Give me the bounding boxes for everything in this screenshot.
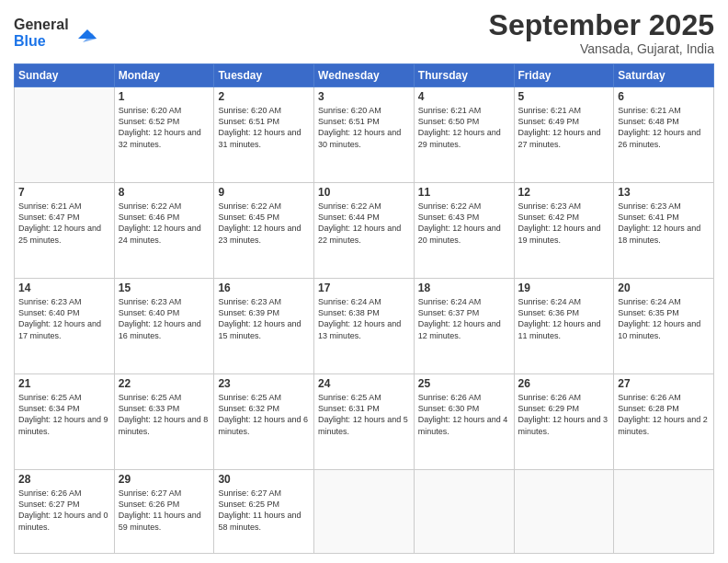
title-area: September 2025 Vansada, Gujarat, India <box>489 9 714 56</box>
calendar-cell: 25Sunrise: 6:26 AMSunset: 6:30 PMDayligh… <box>414 374 514 470</box>
day-number: 21 <box>18 377 110 390</box>
day-number: 1 <box>119 90 210 103</box>
calendar-cell: 13Sunrise: 6:23 AMSunset: 6:41 PMDayligh… <box>614 183 714 279</box>
page: General Blue September 2025 Vansada, Guj… <box>0 0 728 563</box>
day-number: 8 <box>119 186 210 199</box>
col-header-tuesday: Tuesday <box>214 64 314 87</box>
cell-info: Sunrise: 6:21 AMSunset: 6:50 PMDaylight:… <box>418 105 510 150</box>
calendar-cell: 29Sunrise: 6:27 AMSunset: 6:26 PMDayligh… <box>114 470 214 554</box>
calendar-cell: 5Sunrise: 6:21 AMSunset: 6:49 PMDaylight… <box>514 87 614 183</box>
calendar-cell <box>614 470 714 554</box>
calendar-cell <box>514 470 614 554</box>
day-number: 28 <box>18 473 110 486</box>
day-number: 29 <box>119 473 210 486</box>
calendar-cell: 22Sunrise: 6:25 AMSunset: 6:33 PMDayligh… <box>114 374 214 470</box>
cell-info: Sunrise: 6:25 AMSunset: 6:34 PMDaylight:… <box>18 392 110 437</box>
day-number: 5 <box>518 90 610 103</box>
calendar-cell: 19Sunrise: 6:24 AMSunset: 6:36 PMDayligh… <box>514 279 614 374</box>
header: General Blue September 2025 Vansada, Guj… <box>14 9 714 56</box>
calendar-cell: 4Sunrise: 6:21 AMSunset: 6:50 PMDaylight… <box>414 87 514 183</box>
day-number: 6 <box>618 90 710 103</box>
day-number: 15 <box>119 282 210 294</box>
calendar-cell: 10Sunrise: 6:22 AMSunset: 6:44 PMDayligh… <box>314 183 415 279</box>
cell-info: Sunrise: 6:21 AMSunset: 6:48 PMDaylight:… <box>618 105 710 150</box>
day-number: 30 <box>218 473 310 486</box>
day-number: 11 <box>418 186 510 199</box>
logo: General Blue <box>14 13 106 55</box>
calendar-cell: 15Sunrise: 6:23 AMSunset: 6:40 PMDayligh… <box>114 279 214 374</box>
calendar-cell: 2Sunrise: 6:20 AMSunset: 6:51 PMDaylight… <box>214 87 314 183</box>
cell-info: Sunrise: 6:21 AMSunset: 6:47 PMDaylight:… <box>18 201 110 246</box>
cell-info: Sunrise: 6:25 AMSunset: 6:31 PMDaylight:… <box>318 392 410 437</box>
calendar-cell: 16Sunrise: 6:23 AMSunset: 6:39 PMDayligh… <box>214 279 314 374</box>
day-number: 16 <box>218 282 310 294</box>
calendar-cell <box>314 470 415 554</box>
calendar-cell: 18Sunrise: 6:24 AMSunset: 6:37 PMDayligh… <box>414 279 514 374</box>
col-header-thursday: Thursday <box>414 64 514 87</box>
cell-info: Sunrise: 6:22 AMSunset: 6:46 PMDaylight:… <box>119 201 210 246</box>
calendar-cell: 11Sunrise: 6:22 AMSunset: 6:43 PMDayligh… <box>414 183 514 279</box>
calendar-cell <box>15 87 115 183</box>
col-header-saturday: Saturday <box>614 64 714 87</box>
col-header-wednesday: Wednesday <box>314 64 415 87</box>
cell-info: Sunrise: 6:23 AMSunset: 6:41 PMDaylight:… <box>618 201 710 246</box>
cell-info: Sunrise: 6:26 AMSunset: 6:30 PMDaylight:… <box>418 392 510 437</box>
day-number: 17 <box>318 282 410 294</box>
calendar-cell: 24Sunrise: 6:25 AMSunset: 6:31 PMDayligh… <box>314 374 415 470</box>
cell-info: Sunrise: 6:22 AMSunset: 6:43 PMDaylight:… <box>418 201 510 246</box>
cell-info: Sunrise: 6:25 AMSunset: 6:33 PMDaylight:… <box>119 392 210 437</box>
logo-text: General Blue <box>14 13 106 55</box>
cell-info: Sunrise: 6:22 AMSunset: 6:44 PMDaylight:… <box>318 201 410 246</box>
calendar-cell: 21Sunrise: 6:25 AMSunset: 6:34 PMDayligh… <box>15 374 115 470</box>
day-number: 2 <box>218 90 310 103</box>
calendar-cell: 14Sunrise: 6:23 AMSunset: 6:40 PMDayligh… <box>15 279 115 374</box>
month-title: September 2025 <box>489 9 714 41</box>
calendar-cell: 28Sunrise: 6:26 AMSunset: 6:27 PMDayligh… <box>15 470 115 554</box>
day-number: 20 <box>618 282 710 294</box>
col-header-monday: Monday <box>114 64 214 87</box>
logo-icon: General Blue <box>14 13 106 52</box>
day-number: 7 <box>18 186 110 199</box>
cell-info: Sunrise: 6:26 AMSunset: 6:29 PMDaylight:… <box>518 392 610 437</box>
calendar-cell: 3Sunrise: 6:20 AMSunset: 6:51 PMDaylight… <box>314 87 415 183</box>
cell-info: Sunrise: 6:26 AMSunset: 6:28 PMDaylight:… <box>618 392 710 437</box>
calendar-cell <box>414 470 514 554</box>
day-number: 25 <box>418 377 510 390</box>
cell-info: Sunrise: 6:23 AMSunset: 6:42 PMDaylight:… <box>518 201 610 246</box>
cell-info: Sunrise: 6:23 AMSunset: 6:39 PMDaylight:… <box>218 296 310 341</box>
calendar-table: SundayMondayTuesdayWednesdayThursdayFrid… <box>14 63 714 554</box>
calendar-cell: 6Sunrise: 6:21 AMSunset: 6:48 PMDaylight… <box>614 87 714 183</box>
cell-info: Sunrise: 6:23 AMSunset: 6:40 PMDaylight:… <box>119 296 210 341</box>
cell-info: Sunrise: 6:23 AMSunset: 6:40 PMDaylight:… <box>18 296 110 341</box>
cell-info: Sunrise: 6:20 AMSunset: 6:52 PMDaylight:… <box>119 105 210 150</box>
day-number: 3 <box>318 90 410 103</box>
calendar-cell: 26Sunrise: 6:26 AMSunset: 6:29 PMDayligh… <box>514 374 614 470</box>
calendar-cell: 30Sunrise: 6:27 AMSunset: 6:25 PMDayligh… <box>214 470 314 554</box>
calendar-cell: 17Sunrise: 6:24 AMSunset: 6:38 PMDayligh… <box>314 279 415 374</box>
day-number: 13 <box>618 186 710 199</box>
day-number: 10 <box>318 186 410 199</box>
cell-info: Sunrise: 6:25 AMSunset: 6:32 PMDaylight:… <box>218 392 310 437</box>
location-subtitle: Vansada, Gujarat, India <box>489 41 714 56</box>
cell-info: Sunrise: 6:20 AMSunset: 6:51 PMDaylight:… <box>318 105 410 150</box>
svg-text:Blue: Blue <box>14 33 46 49</box>
calendar-cell: 9Sunrise: 6:22 AMSunset: 6:45 PMDaylight… <box>214 183 314 279</box>
day-number: 19 <box>518 282 610 294</box>
calendar-cell: 8Sunrise: 6:22 AMSunset: 6:46 PMDaylight… <box>114 183 214 279</box>
cell-info: Sunrise: 6:22 AMSunset: 6:45 PMDaylight:… <box>218 201 310 246</box>
day-number: 26 <box>518 377 610 390</box>
cell-info: Sunrise: 6:24 AMSunset: 6:36 PMDaylight:… <box>518 296 610 341</box>
day-number: 18 <box>418 282 510 294</box>
cell-info: Sunrise: 6:21 AMSunset: 6:49 PMDaylight:… <box>518 105 610 150</box>
calendar-cell: 12Sunrise: 6:23 AMSunset: 6:42 PMDayligh… <box>514 183 614 279</box>
cell-info: Sunrise: 6:26 AMSunset: 6:27 PMDaylight:… <box>18 488 110 533</box>
day-number: 9 <box>218 186 310 199</box>
cell-info: Sunrise: 6:20 AMSunset: 6:51 PMDaylight:… <box>218 105 310 150</box>
col-header-sunday: Sunday <box>15 64 115 87</box>
calendar-cell: 1Sunrise: 6:20 AMSunset: 6:52 PMDaylight… <box>114 87 214 183</box>
calendar-cell: 23Sunrise: 6:25 AMSunset: 6:32 PMDayligh… <box>214 374 314 470</box>
col-header-friday: Friday <box>514 64 614 87</box>
day-number: 14 <box>18 282 110 294</box>
cell-info: Sunrise: 6:27 AMSunset: 6:26 PMDaylight:… <box>119 488 210 533</box>
day-number: 27 <box>618 377 710 390</box>
